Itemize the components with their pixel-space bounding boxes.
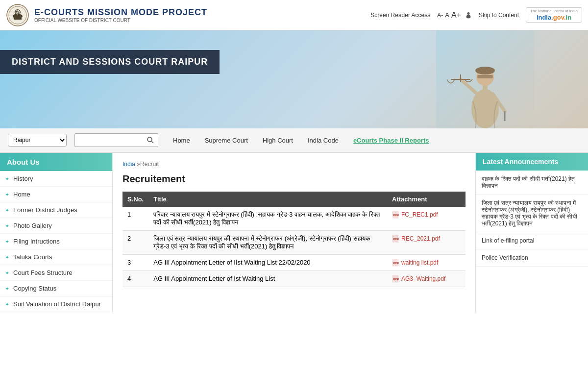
svg-point-10 bbox=[467, 12, 469, 15]
svg-text:PDF: PDF bbox=[393, 262, 399, 265]
search-wrap bbox=[74, 133, 158, 147]
row-attachment[interactable]: PDF waiting list.pdf bbox=[387, 255, 466, 271]
accessibility-icon bbox=[465, 12, 472, 19]
sidebar-item-label: Taluka Courts bbox=[13, 253, 52, 261]
diamond-icon: ✦ bbox=[5, 254, 9, 261]
search-icon bbox=[147, 137, 154, 144]
table-body: 1 परिवार न्यायालय रायपुर में स्टेनोग्राफ… bbox=[122, 207, 466, 287]
search-button[interactable] bbox=[143, 133, 158, 147]
diamond-icon: ✦ bbox=[5, 192, 9, 198]
col-title: Title bbox=[148, 192, 387, 207]
table-row: 3 AG III Appointment Letter of IIst Wait… bbox=[122, 255, 466, 271]
india-gov-badge[interactable]: The National Portal of India india.gov.i… bbox=[526, 7, 582, 23]
table-row: 2 जिला एवं सत्र न्यायालय रायपुर की स्थाप… bbox=[122, 231, 466, 255]
svg-point-16 bbox=[475, 67, 495, 74]
row-sno: 3 bbox=[122, 255, 148, 271]
diamond-icon: ✦ bbox=[5, 286, 9, 292]
pdf-icon: PDF bbox=[392, 275, 399, 283]
nav-high-court[interactable]: High Court bbox=[263, 137, 293, 144]
main-layout: About Us ✦History✦Home✦Former District J… bbox=[0, 153, 588, 312]
pdf-link[interactable]: PDF waiting list.pdf bbox=[392, 259, 461, 267]
sidebar-item-label: Home bbox=[13, 191, 30, 198]
breadcrumb-home-link[interactable]: India bbox=[122, 161, 135, 168]
hero-banner: DISTRICT AND SESSIONS COURT RAIPUR bbox=[0, 30, 588, 128]
row-attachment[interactable]: PDF FC_REC1.pdf bbox=[387, 207, 466, 231]
sidebar-item-label: Photo Gallery bbox=[13, 222, 52, 229]
row-title: AG III Appointment Letter of IIst Waitin… bbox=[148, 255, 387, 271]
row-attachment[interactable]: PDF REC_2021.pdf bbox=[387, 231, 466, 255]
sidebar-item-label: History bbox=[13, 175, 33, 182]
right-panel: Latest Announcements वाहक के रिक्त पदों … bbox=[475, 153, 588, 312]
sidebar-item-label: Filing Intructions bbox=[13, 238, 60, 245]
table-row: 4 AG III Appointment Letter of Ist Waiti… bbox=[122, 271, 466, 287]
svg-line-25 bbox=[151, 141, 153, 143]
table-row: 1 परिवार न्यायालय रायपुर में स्टेनोग्राफ… bbox=[122, 207, 466, 231]
district-select[interactable]: Raipur Baloda Bazar Gariyaband Mahasamun… bbox=[8, 134, 67, 147]
pdf-icon: PDF bbox=[392, 259, 399, 267]
pdf-icon: PDF bbox=[392, 235, 399, 243]
svg-point-11 bbox=[466, 15, 470, 18]
page-title: Recruitement bbox=[122, 173, 466, 185]
sidebar-item[interactable]: ✦Former District Judges bbox=[0, 202, 112, 218]
diamond-icon: ✦ bbox=[5, 223, 9, 229]
pdf-link[interactable]: PDF FC_REC1.pdf bbox=[392, 211, 461, 219]
nav-bar: Raipur Baloda Bazar Gariyaband Mahasamun… bbox=[0, 128, 588, 153]
sidebar-item-label: Former District Judges bbox=[13, 206, 77, 214]
logo-area: E-COURTS MISSION MODE PROJECT OFFICIAL W… bbox=[6, 3, 207, 27]
breadcrumb: India »Recruit bbox=[122, 161, 466, 168]
diamond-icon: ✦ bbox=[5, 239, 9, 245]
lady-justice-icon bbox=[421, 30, 549, 128]
content-area: India »Recruit Recruitement S.No. Title … bbox=[113, 153, 475, 312]
row-attachment[interactable]: PDF AG3_Waiting.pdf bbox=[387, 271, 466, 287]
emblem-icon bbox=[6, 3, 29, 27]
pdf-link[interactable]: PDF REC_2021.pdf bbox=[392, 235, 461, 243]
sidebar-item[interactable]: ✦Photo Gallery bbox=[0, 218, 112, 234]
row-title: परिवार न्यायालय रायपुर में स्टेनोग्राफर … bbox=[148, 207, 387, 231]
sidebar: About Us ✦History✦Home✦Former District J… bbox=[0, 153, 113, 312]
col-attachment: Attachment bbox=[387, 192, 466, 207]
font-small-btn[interactable]: A- bbox=[437, 12, 443, 19]
nav-india-code[interactable]: India Code bbox=[308, 137, 339, 144]
recruit-table: S.No. Title Attachment 1 परिवार न्यायालय… bbox=[122, 192, 466, 287]
announcement-item[interactable]: जिला एवं सत्र न्यायालय रायपुर की स्थापना… bbox=[476, 195, 588, 232]
main-nav: Home Supreme Court High Court India Code… bbox=[173, 137, 580, 144]
nav-home[interactable]: Home bbox=[173, 137, 190, 144]
sidebar-item-label: Copying Status bbox=[13, 285, 56, 292]
announcement-item[interactable]: Link of e-filing portal bbox=[476, 232, 588, 249]
sidebar-item[interactable]: ✦Taluka Courts bbox=[0, 249, 112, 265]
sidebar-item[interactable]: ✦History bbox=[0, 171, 112, 187]
sidebar-item[interactable]: ✦Home bbox=[0, 187, 112, 202]
sidebar-item[interactable]: ✦Copying Status bbox=[0, 281, 112, 296]
row-sno: 1 bbox=[122, 207, 148, 231]
diamond-icon: ✦ bbox=[5, 207, 9, 214]
svg-text:PDF: PDF bbox=[393, 214, 399, 217]
statue-area bbox=[412, 30, 559, 128]
search-input[interactable] bbox=[74, 133, 143, 147]
district-select-wrap: Raipur Baloda Bazar Gariyaband Mahasamun… bbox=[8, 134, 67, 147]
screen-reader-link[interactable]: Screen Reader Access bbox=[370, 12, 430, 19]
sidebar-item[interactable]: ✦Filing Intructions bbox=[0, 234, 112, 249]
col-sno: S.No. bbox=[122, 192, 148, 207]
top-bar-right: Screen Reader Access A- A A+ Skip to Con… bbox=[370, 7, 582, 23]
svg-rect-21 bbox=[477, 75, 493, 78]
table-header: S.No. Title Attachment bbox=[122, 192, 466, 207]
pdf-link[interactable]: PDF AG3_Waiting.pdf bbox=[392, 275, 461, 283]
sidebar-header: About Us bbox=[0, 153, 112, 171]
sidebar-item[interactable]: ✦Court Fees Structure bbox=[0, 265, 112, 281]
font-large-btn[interactable]: A+ bbox=[451, 11, 461, 20]
announcements-header: Latest Announcements bbox=[476, 153, 588, 171]
svg-rect-4 bbox=[14, 18, 22, 20]
pdf-icon: PDF bbox=[392, 211, 399, 219]
svg-text:PDF: PDF bbox=[393, 238, 399, 241]
diamond-icon: ✦ bbox=[5, 270, 9, 276]
nav-ecourts-reports[interactable]: eCourts Phase II Reports bbox=[353, 137, 429, 144]
announcement-item[interactable]: वाहक के रिक्त पदों की सीधी भर्ती(2021) ह… bbox=[476, 171, 588, 195]
announcement-item[interactable]: Police Verification bbox=[476, 249, 588, 267]
skip-to-content-link[interactable]: Skip to Content bbox=[479, 12, 519, 19]
diamond-icon: ✦ bbox=[5, 301, 9, 308]
sidebar-item[interactable]: ✦Suit Valuation of District Raipur bbox=[0, 296, 112, 312]
logo-text: E-COURTS MISSION MODE PROJECT OFFICIAL W… bbox=[34, 7, 207, 23]
nav-supreme-court[interactable]: Supreme Court bbox=[205, 137, 248, 144]
announcements-list: वाहक के रिक्त पदों की सीधी भर्ती(2021) ह… bbox=[476, 171, 588, 267]
font-normal-btn[interactable]: A bbox=[445, 11, 449, 19]
